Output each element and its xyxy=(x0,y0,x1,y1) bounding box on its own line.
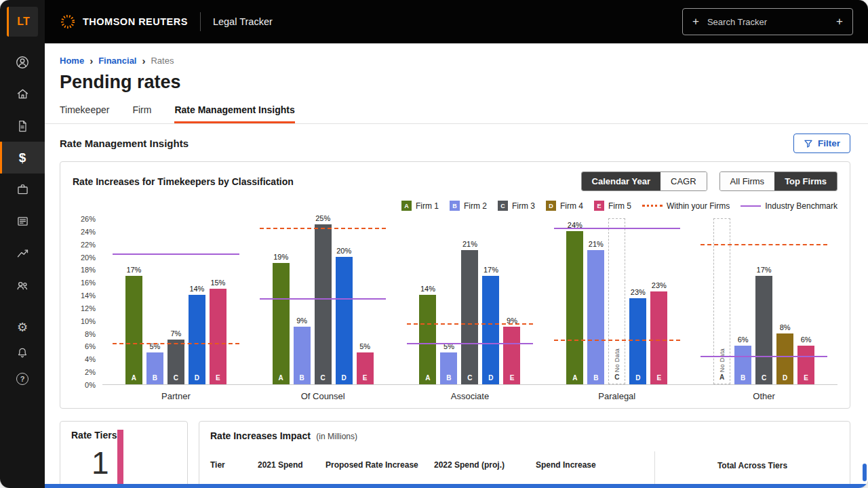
bar-C: C xyxy=(315,224,332,384)
help-icon: ? xyxy=(16,373,28,385)
breadcrumb-financial[interactable]: Financial xyxy=(98,56,136,66)
bar-E: E xyxy=(503,327,520,384)
thomson-reuters-logo-icon xyxy=(60,14,76,30)
legend-item-firm-1: AFirm 1 xyxy=(401,201,439,211)
bar-letter: C xyxy=(755,374,772,382)
bar-value-label: 20% xyxy=(336,247,351,255)
main-content: Home›Financial›Rates Pending rates Timek… xyxy=(45,43,868,488)
sidebar-item-home[interactable] xyxy=(0,78,45,110)
bar-letter: C xyxy=(461,374,478,382)
filter-button[interactable]: Filter xyxy=(793,134,850,153)
bar-A: A xyxy=(273,263,290,384)
bar-letter: D xyxy=(189,374,205,382)
sidebar-item-settings[interactable]: ⚙ xyxy=(0,314,45,340)
breadcrumb: Home›Financial›Rates xyxy=(45,43,868,66)
section-title: Rate Management Insights xyxy=(60,138,189,149)
search-tracker-label[interactable]: Search Tracker xyxy=(707,17,828,27)
bar-column-C: 17%C xyxy=(755,266,772,384)
bar-letter: A xyxy=(714,373,730,381)
tab-rate-management-insights[interactable]: Rate Management Insights xyxy=(174,104,294,123)
bar-value-label: 17% xyxy=(757,266,772,274)
sidebar-item-financial[interactable]: $ xyxy=(0,142,45,174)
bar-value-label: 14% xyxy=(189,285,204,293)
sidebar-item-contacts[interactable] xyxy=(0,269,45,301)
chart-group-other: No DataA6%B17%C8%D6%E xyxy=(690,219,837,384)
sidebar-item-help[interactable]: ? xyxy=(0,366,45,392)
app-logo[interactable]: LT xyxy=(7,7,38,37)
legend-label: Firm 3 xyxy=(512,201,535,211)
sidebar-item-matters[interactable] xyxy=(0,174,45,205)
within-your-firms-line xyxy=(260,228,386,229)
trend-chart-icon xyxy=(16,246,30,260)
vertical-scrollbar-thumb[interactable] xyxy=(863,464,867,481)
y-tick-label: 2% xyxy=(85,368,96,376)
horizontal-scrollbar[interactable] xyxy=(45,484,868,488)
page-title: Pending rates xyxy=(60,72,868,93)
sidebar-item-profile[interactable] xyxy=(0,46,45,78)
bar-value-label: 5% xyxy=(359,342,370,350)
sidebar: LT $ xyxy=(0,0,45,488)
plus-icon[interactable]: + xyxy=(692,15,699,28)
filter-button-label: Filter xyxy=(818,138,840,148)
search-tracker-box[interactable]: + Search Tracker + xyxy=(682,8,853,35)
industry-benchmark-line xyxy=(407,343,533,344)
no-data-label: No Data xyxy=(719,348,726,372)
bar-column-C: 7%C xyxy=(167,329,184,384)
impact-table-header: Tier2021 SpendProposed Rate Increase2022… xyxy=(210,460,624,470)
impact-title-row: Rate Increases Impact (in Millions) xyxy=(210,430,839,442)
invoice-list-icon xyxy=(16,214,30,228)
industry-benchmark-line xyxy=(701,356,827,357)
bar-letter: B xyxy=(587,374,604,382)
bar-letter: E xyxy=(797,374,814,382)
no-data-label: No Data xyxy=(614,348,620,372)
y-tick-label: 4% xyxy=(85,355,96,363)
bar-set: 19%A9%B25%C20%D5%E xyxy=(273,219,374,384)
tab-firm[interactable]: Firm xyxy=(132,104,151,123)
legend-item-firm-5: EFirm 5 xyxy=(594,201,631,211)
brand-text: THOMSON REUTERS xyxy=(83,16,188,27)
bar-A: A xyxy=(566,231,583,384)
y-tick-label: 26% xyxy=(81,215,96,223)
chart-header: Rate Increases for Timekeepers by Classi… xyxy=(73,171,837,191)
tab-timekeeper[interactable]: Timekeeper xyxy=(60,104,109,123)
bar-value-label: 15% xyxy=(210,279,225,287)
bar-C: No DataC xyxy=(608,218,625,384)
y-tick-label: 22% xyxy=(81,241,96,249)
sidebar-item-invoices[interactable] xyxy=(0,205,45,237)
sidebar-item-notifications[interactable] xyxy=(0,340,45,366)
group-label-paralegal: Paralegal xyxy=(543,391,690,401)
solid-line-icon xyxy=(741,205,761,207)
bar-E: E xyxy=(797,346,814,384)
app-window: LT $ xyxy=(0,0,868,488)
impact-total-column-header: Total Across Tiers xyxy=(654,451,850,488)
bar-letter: E xyxy=(210,374,226,382)
industry-benchmark-line xyxy=(260,298,386,300)
bar-column-A: 24%A xyxy=(566,221,583,384)
chart-title: Rate Increases for Timekeepers by Classi… xyxy=(73,176,294,187)
bar-column-D: 20%D xyxy=(336,247,353,384)
toggle-cagr[interactable]: CAGR xyxy=(660,172,707,190)
bar-column-B: 9%B xyxy=(294,317,311,384)
bar-letter: A xyxy=(273,374,290,382)
bar-letter: C xyxy=(315,374,332,382)
bar-D: D xyxy=(482,276,499,384)
plus-icon[interactable]: + xyxy=(836,15,843,28)
bar-letter: D xyxy=(629,374,646,382)
breadcrumb-home[interactable]: Home xyxy=(60,56,84,66)
toggle-calendar-year[interactable]: Calendar Year xyxy=(582,172,660,190)
y-tick-label: 14% xyxy=(81,291,96,300)
funnel-icon xyxy=(804,139,813,148)
toggle-all-firms[interactable]: All Firms xyxy=(720,172,775,190)
sidebar-item-documents[interactable] xyxy=(0,110,45,142)
sidebar-item-reports[interactable] xyxy=(0,237,45,269)
y-tick-label: 6% xyxy=(85,342,96,350)
bar-column-A: 19%A xyxy=(273,253,290,384)
y-tick-label: 20% xyxy=(81,253,96,262)
toggle-top-firms[interactable]: Top Firms xyxy=(774,172,837,190)
bar-D: D xyxy=(629,298,646,384)
bar-value-label: 17% xyxy=(126,266,141,274)
bar-value-label: 23% xyxy=(652,281,667,289)
legend-label: Firm 5 xyxy=(608,201,631,211)
bar-value-label: 21% xyxy=(462,240,477,248)
plot-wrapper: 26%24%22%20%18%16%14%12%10%8%6%4%2%0% 17… xyxy=(73,219,837,385)
